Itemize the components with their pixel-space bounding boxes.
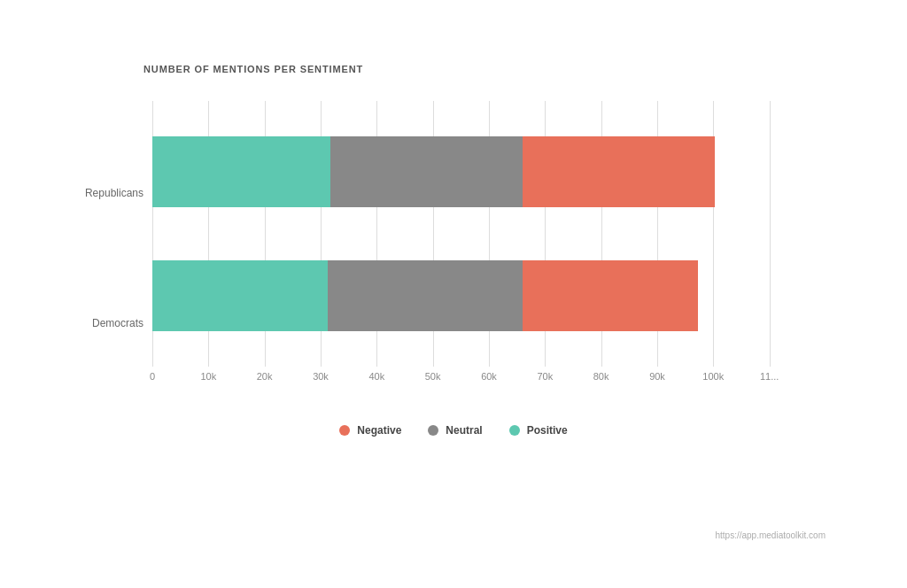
x-tick-100k: 100k <box>702 371 724 382</box>
chart-title: NUMBER OF MENTIONS PER SENTIMENT <box>143 64 826 74</box>
x-tick-60k: 60k <box>481 371 497 382</box>
x-tick-30k: 30k <box>313 371 329 382</box>
plot-inner <box>152 101 826 367</box>
x-tick-80k: 80k <box>593 371 609 382</box>
democrats-negative-bar <box>523 260 698 331</box>
legend-label-negative: Negative <box>357 424 401 437</box>
x-tick-0: 0 <box>150 371 155 382</box>
democrats-positive-bar <box>152 260 328 331</box>
bars-wrapper <box>152 101 826 367</box>
legend-item-negative: Negative <box>339 424 401 437</box>
republicans-neutral-bar <box>330 136 523 207</box>
y-label-republicans: Republicans <box>81 187 152 199</box>
y-axis-labels: Republicans Democrats <box>81 101 152 389</box>
y-label-democrats: Democrats <box>81 317 152 329</box>
legend: Negative Neutral Positive <box>81 424 826 437</box>
x-tick-110k: 11... <box>760 371 779 382</box>
republicans-negative-bar <box>523 136 715 207</box>
republicans-positive-bar <box>152 136 330 207</box>
x-tick-20k: 20k <box>257 371 273 382</box>
legend-item-neutral: Neutral <box>428 424 482 437</box>
legend-dot-neutral <box>428 425 438 436</box>
democrats-neutral-bar <box>328 260 523 331</box>
bar-republicans <box>152 136 826 207</box>
url-text: https://app.mediatoolkit.com <box>715 530 826 540</box>
x-tick-90k: 90k <box>649 371 665 382</box>
plot-area: 0 10k 20k 30k 40k 50k 60k 70k 80k 90k 10… <box>152 101 826 389</box>
x-tick-70k: 70k <box>537 371 553 382</box>
legend-item-positive: Positive <box>509 424 568 437</box>
legend-dot-positive <box>509 425 520 436</box>
x-axis: 0 10k 20k 30k 40k 50k 60k 70k 80k 90k 10… <box>152 371 826 389</box>
legend-label-neutral: Neutral <box>446 424 482 437</box>
legend-dot-negative <box>339 425 350 436</box>
x-tick-50k: 50k <box>425 371 441 382</box>
x-tick-40k: 40k <box>368 371 384 382</box>
chart-container: NUMBER OF MENTIONS PER SENTIMENT Republi… <box>55 37 852 551</box>
bar-democrats <box>152 260 826 331</box>
legend-label-positive: Positive <box>527 424 568 437</box>
x-tick-10k: 10k <box>200 371 216 382</box>
